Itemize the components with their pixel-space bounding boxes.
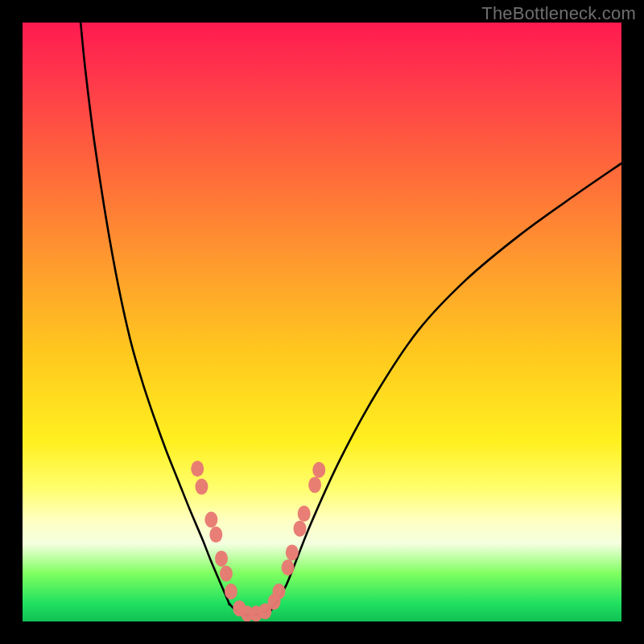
- outer-frame: TheBottleneck.com: [0, 0, 644, 644]
- data-marker: [209, 526, 222, 543]
- data-marker: [293, 521, 306, 537]
- data-marker: [282, 559, 295, 576]
- data-marker: [191, 460, 204, 477]
- data-marker: [298, 506, 311, 522]
- chart-svg: [23, 23, 621, 621]
- data-marker: [272, 584, 285, 600]
- data-marker: [220, 565, 233, 581]
- data-marker: [312, 462, 325, 478]
- data-marker: [225, 584, 237, 600]
- watermark-text: TheBottleneck.com: [481, 3, 636, 24]
- data-marker: [215, 551, 228, 567]
- curve-layer: [80, 23, 621, 616]
- plot-area: [23, 23, 621, 621]
- data-marker: [195, 479, 208, 495]
- data-marker: [204, 512, 217, 528]
- data-marker: [308, 477, 321, 493]
- bottleneck-curve: [80, 23, 621, 616]
- marker-layer: [191, 460, 325, 621]
- data-marker: [286, 544, 299, 560]
